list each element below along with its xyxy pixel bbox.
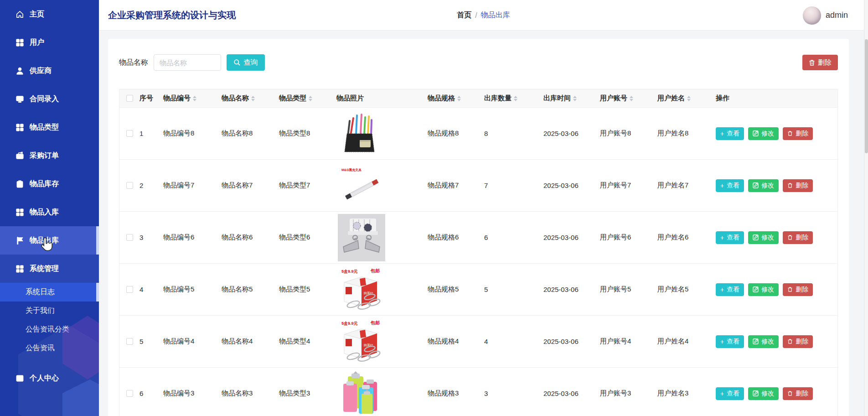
cell-photo: 5盒9.9元 包邮 回形针 <box>336 319 428 364</box>
scrollbar-thumb[interactable] <box>865 39 868 153</box>
sidebar-item-label: 供应商 <box>30 66 52 76</box>
edit-button[interactable]: 修改 <box>748 283 779 296</box>
toolbar: 物品名称 查询 删除 <box>119 54 838 71</box>
breadcrumb-current-link[interactable]: 物品出库 <box>481 10 510 20</box>
plus-icon: + <box>720 286 724 293</box>
sidebar-item-personal-center[interactable]: 个人中心 <box>0 364 99 392</box>
content-panel: 物品名称 查询 删除 <box>108 39 849 416</box>
sidebar-item-item-types[interactable]: 物品类型 <box>0 113 99 141</box>
view-button[interactable]: +查看 <box>716 283 744 296</box>
item-photo-paperclip-box[interactable]: 5盒9.9元 包邮 回形针 <box>338 267 383 312</box>
cell-name: 物品名称7 <box>222 181 279 190</box>
sort-icon[interactable] <box>457 96 461 101</box>
cell-index: 2 <box>140 182 163 189</box>
edit-button[interactable]: 修改 <box>748 335 779 348</box>
cell-type: 物品类型6 <box>279 233 336 242</box>
delete-button[interactable]: 删除 <box>783 335 813 348</box>
sidebar-item-users[interactable]: 用户 <box>0 28 99 57</box>
sort-icon[interactable] <box>193 96 196 101</box>
delete-button[interactable]: 删除 <box>783 127 813 140</box>
sort-icon[interactable] <box>573 96 577 101</box>
delete-button[interactable]: 删除 <box>783 283 813 296</box>
view-button[interactable]: +查看 <box>716 179 744 192</box>
cell-account: 用户账号4 <box>600 337 657 346</box>
sidebar-item-inbound[interactable]: 物品入库 <box>0 198 99 226</box>
view-button[interactable]: +查看 <box>716 127 744 140</box>
search-input[interactable] <box>154 54 221 71</box>
cell-account: 用户账号5 <box>600 285 657 294</box>
view-button[interactable]: +查看 <box>716 231 744 244</box>
sort-icon[interactable] <box>251 96 255 101</box>
cell-index: 5 <box>140 338 163 345</box>
edit-button[interactable]: 修改 <box>748 387 779 400</box>
cell-type: 物品类型5 <box>279 285 336 294</box>
item-photo-binder-clips[interactable] <box>338 214 385 261</box>
trash-icon <box>787 130 793 136</box>
grid-icon <box>15 38 24 47</box>
sidebar-subitem-notice-categories[interactable]: 公告资讯分类 <box>0 320 99 339</box>
avatar[interactable] <box>803 6 821 25</box>
column-header-code: 物品编号 <box>163 94 222 103</box>
sidebar-subitem-label: 公告资讯 <box>26 343 55 353</box>
cell-spec: 物品规格3 <box>428 389 484 398</box>
sidebar-item-inventory[interactable]: 物品库存 <box>0 170 99 198</box>
clipboard-icon <box>15 179 24 188</box>
delete-button[interactable]: 删除 <box>783 179 813 192</box>
cell-photo: M&G晨光文具 <box>336 165 428 207</box>
sidebar-item-purchase-orders[interactable]: 采购订单 <box>0 141 99 170</box>
item-photo-ruler-pack[interactable]: M&G晨光文具 <box>338 165 386 207</box>
row-checkbox[interactable] <box>126 130 133 137</box>
sort-icon[interactable] <box>630 96 633 101</box>
cell-code: 物品编号7 <box>163 181 222 190</box>
row-checkbox[interactable] <box>126 286 133 293</box>
sidebar-item-label: 物品入库 <box>30 208 59 217</box>
item-photo-paperclip-box[interactable]: 5盒9.9元 包邮 回形针 <box>338 319 383 364</box>
sidebar-subitem-system-logs[interactable]: 系统日志 <box>0 283 99 302</box>
row-checkbox[interactable] <box>126 234 133 241</box>
delete-button[interactable]: 删除 <box>783 231 813 244</box>
edit-button[interactable]: 修改 <box>748 179 779 192</box>
sidebar-item-label: 个人中心 <box>30 374 59 383</box>
breadcrumb: 首页 / 物品出库 <box>457 0 510 31</box>
grid-icon <box>15 264 24 273</box>
breadcrumb-home-link[interactable]: 首页 <box>457 10 471 20</box>
cell-username: 用户姓名5 <box>657 285 716 294</box>
row-checkbox[interactable] <box>126 390 133 397</box>
page-title: 企业采购管理系统的设计与实现 <box>108 9 236 21</box>
page-scrollbar[interactable] <box>864 0 868 416</box>
sidebar-item-label: 采购订单 <box>30 151 59 161</box>
bulk-delete-button[interactable]: 删除 <box>802 55 838 70</box>
sidebar-item-system-management[interactable]: 系统管理 <box>0 255 99 283</box>
trash-icon <box>787 234 793 240</box>
trash-icon <box>787 182 793 188</box>
view-button[interactable]: +查看 <box>716 387 744 400</box>
row-checkbox[interactable] <box>126 182 133 189</box>
edit-button[interactable]: 修改 <box>748 127 779 140</box>
delete-button[interactable]: 删除 <box>783 387 813 400</box>
sort-icon[interactable] <box>514 96 517 101</box>
view-button[interactable]: +查看 <box>716 335 744 348</box>
select-all-checkbox[interactable] <box>126 95 133 102</box>
edit-button[interactable]: 修改 <box>748 231 779 244</box>
cell-spec: 物品规格6 <box>428 233 484 242</box>
table-row: 5 物品编号4 物品名称4 物品类型4 5盒9.9元 包邮 <box>119 316 837 368</box>
row-checkbox[interactable] <box>126 338 133 345</box>
monitor-icon <box>15 94 24 104</box>
user-box: admin <box>803 0 848 31</box>
search-button[interactable]: 查询 <box>227 54 265 71</box>
item-photo-clipboards[interactable] <box>338 371 383 416</box>
sidebar-item-suppliers[interactable]: 供应商 <box>0 57 99 85</box>
cell-account: 用户账号6 <box>600 233 657 242</box>
item-photo-pen-organizer[interactable] <box>338 112 381 155</box>
sort-icon[interactable] <box>687 96 691 101</box>
sort-icon[interactable] <box>309 96 312 101</box>
cell-type: 物品类型7 <box>279 181 336 190</box>
cell-actions: +查看 修改 删除 <box>716 387 837 400</box>
cell-name: 物品名称3 <box>222 389 279 398</box>
cell-account: 用户账号7 <box>600 181 657 190</box>
sidebar-subitem-about-us[interactable]: 关于我们 <box>0 302 99 320</box>
table-row: 6 物品编号3 物品名称3 物品类型3 <box>119 368 837 416</box>
sidebar-subitem-notices[interactable]: 公告资讯 <box>0 339 99 358</box>
sidebar-item-contract-entry[interactable]: 合同录入 <box>0 85 99 113</box>
sidebar-item-home[interactable]: 主页 <box>0 0 99 28</box>
